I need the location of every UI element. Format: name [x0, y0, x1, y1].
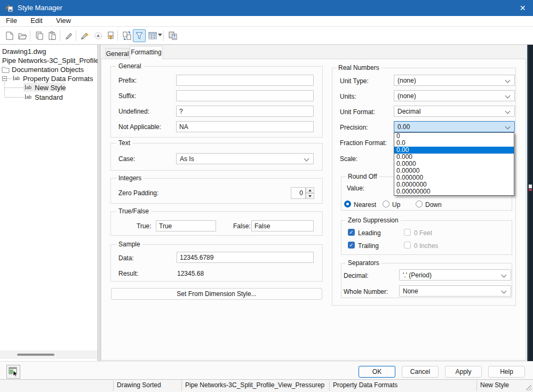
- filter-icon: [134, 31, 144, 41]
- radio-up[interactable]: [383, 201, 389, 207]
- tab-general[interactable]: General: [105, 48, 130, 59]
- menu-edit[interactable]: Edit: [25, 16, 48, 26]
- tree-hscrollbar-thumb[interactable]: [17, 354, 54, 356]
- tab-formatting[interactable]: Formatting: [130, 46, 163, 59]
- precision-option[interactable]: 0.0: [394, 140, 514, 147]
- unit-type-label: Unit Type:: [340, 77, 369, 85]
- send-to-drawing-button[interactable]: [166, 29, 179, 42]
- close-button[interactable]: ✕: [512, 0, 533, 16]
- zero-padding-down-button[interactable]: [306, 193, 314, 199]
- precision-option[interactable]: 0: [394, 133, 514, 140]
- precision-label: Precision:: [340, 124, 368, 131]
- view-options-button[interactable]: [146, 29, 159, 42]
- undefined-input[interactable]: [176, 106, 314, 117]
- precision-combobox[interactable]: 0.00: [394, 121, 515, 132]
- tree-item-drawing[interactable]: Drawing1.dwg: [2, 47, 46, 56]
- open-button[interactable]: [16, 29, 29, 42]
- suffix-input[interactable]: [176, 90, 314, 101]
- open-folder-icon: [18, 31, 27, 41]
- unit-type-combobox[interactable]: (none): [394, 75, 515, 86]
- filter-style-button[interactable]: [133, 29, 146, 42]
- sample-data-input[interactable]: [177, 252, 314, 263]
- status-style-type: Property Data Formats: [329, 379, 476, 392]
- unit-format-combobox[interactable]: Decimal: [394, 106, 515, 117]
- down-arrow-icon: [308, 195, 312, 197]
- decimal-separator-combobox[interactable]: '.' (Period): [399, 269, 511, 281]
- pick-style-icon: [93, 31, 103, 41]
- edit-style-button[interactable]: [63, 29, 76, 42]
- paste-button[interactable]: [46, 29, 59, 42]
- checkbox-trailing-label: Trailing: [358, 242, 379, 250]
- zero-padding-input[interactable]: 0: [291, 187, 306, 199]
- tree-item-documentation-objects[interactable]: Documentation Objects: [12, 65, 84, 74]
- chevron-down-icon: [502, 273, 507, 278]
- zero-padding-up-button[interactable]: [306, 187, 314, 193]
- radio-nearest[interactable]: [344, 201, 351, 207]
- checkbox-leading[interactable]: ✓: [348, 229, 355, 236]
- new-file-icon: [5, 31, 14, 41]
- real-numbers-group-title: Real Numbers: [336, 64, 381, 71]
- sample-data-label: Data:: [118, 254, 134, 262]
- false-input[interactable]: [251, 220, 314, 231]
- purge-style-button[interactable]: [105, 29, 117, 42]
- tree-item-new-style[interactable]: New Style: [35, 83, 66, 92]
- tree-item-pipe-networks[interactable]: Pipe Networks-3C_Split_Profile_Vi: [2, 56, 98, 65]
- up-arrow-icon: [308, 189, 312, 191]
- pick-style-button[interactable]: [92, 29, 105, 42]
- chevron-down-icon: [505, 93, 511, 99]
- units-combobox[interactable]: (none): [394, 90, 515, 101]
- radio-down-label: Down: [425, 201, 442, 209]
- chevron-down-icon: [304, 156, 309, 162]
- separators-group-title: Separators: [346, 259, 381, 267]
- prefix-input[interactable]: [176, 75, 314, 86]
- preview-toggle-button[interactable]: [6, 365, 20, 379]
- toolbar-separator: [163, 30, 164, 41]
- precision-option[interactable]: 0.00000000: [394, 188, 514, 195]
- tree-item-property-data-formats[interactable]: Property Data Formats: [23, 74, 93, 83]
- radio-nearest-label: Nearest: [354, 201, 376, 209]
- case-combobox[interactable]: As Is: [176, 153, 314, 164]
- whole-number-separator-combobox[interactable]: None: [399, 285, 511, 297]
- tree-line: [5, 97, 23, 98]
- not-applicable-input[interactable]: [176, 121, 314, 132]
- ok-button[interactable]: OK: [359, 366, 395, 378]
- view-options-caret-icon[interactable]: [158, 34, 162, 36]
- menu-file[interactable]: File: [0, 16, 23, 26]
- checkbox-trailing[interactable]: ✓: [348, 242, 355, 249]
- help-button[interactable]: Help: [488, 366, 525, 378]
- decimal-separator-label: Decimal:: [344, 272, 369, 279]
- checkbox-leading-label: Leading: [358, 229, 381, 237]
- preview-toggle-icon: [7, 365, 20, 378]
- checkbox-0-inches: [404, 242, 411, 249]
- cancel-button[interactable]: Cancel: [402, 366, 439, 378]
- not-applicable-label: Not Applicable:: [118, 123, 161, 131]
- apply-button[interactable]: Apply: [445, 366, 482, 378]
- chevron-down-icon: [505, 109, 511, 114]
- sample-group: [110, 244, 323, 282]
- tree-expander-collapse[interactable]: [2, 76, 7, 81]
- toolbar-separator: [117, 30, 118, 41]
- checkbox-0-inches-label: 0 Inches: [414, 242, 438, 250]
- tree-item-standard[interactable]: Standard: [35, 93, 63, 102]
- menu-view[interactable]: View: [50, 16, 77, 26]
- copy-styles-between-drawings-button[interactable]: [121, 29, 133, 42]
- prefix-label: Prefix:: [118, 77, 137, 84]
- false-label: False:: [233, 222, 251, 230]
- general-group-title: General: [116, 62, 144, 70]
- label-style-icon: ab: [25, 85, 31, 91]
- zero-padding-label: Zero Padding:: [118, 189, 158, 197]
- resize-grip[interactable]: [526, 385, 532, 391]
- copy-button[interactable]: [33, 29, 46, 42]
- window-title: Style Manager: [18, 0, 62, 16]
- purge-styles-icon: [106, 31, 116, 41]
- whole-number-separator-label: Whole Number:: [344, 288, 388, 295]
- copy-icon: [35, 31, 44, 41]
- new-style-button[interactable]: [79, 29, 92, 42]
- true-input[interactable]: [156, 220, 216, 231]
- style-manager-window: Style Manager ✕ File Edit View: [0, 0, 533, 392]
- radio-down[interactable]: [416, 201, 423, 207]
- undefined-label: Undefined:: [118, 108, 149, 115]
- set-from-dimension-style-button[interactable]: Set From Dimension Style...: [111, 288, 322, 300]
- new-file-button[interactable]: [3, 29, 16, 42]
- new-style-icon: [81, 31, 90, 41]
